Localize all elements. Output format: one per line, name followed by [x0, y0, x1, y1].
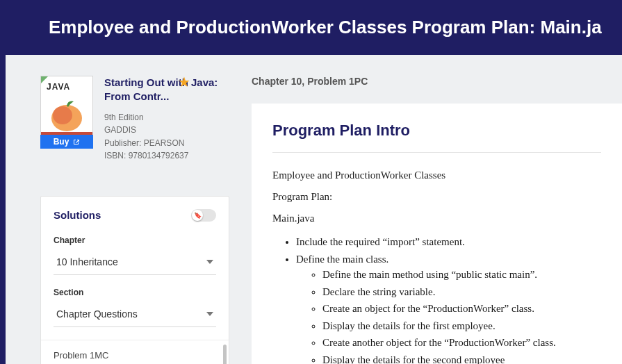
book-author: GADDIS [104, 124, 229, 137]
list-item: Create another object for the “Productio… [322, 335, 601, 351]
book-isbn: ISBN: 9780134792637 [104, 149, 229, 163]
doc-line: Program Plan: [272, 191, 601, 203]
problem-row[interactable]: Problem 1MC [41, 340, 229, 364]
page-header: Employee and ProductionWorker Classes Pr… [0, 0, 622, 55]
book-cover[interactable]: JAVA [40, 76, 93, 140]
chapter-select[interactable]: 10 Inheritance [54, 249, 216, 275]
bookmark-icon: 🔖 [192, 210, 203, 221]
plan-sublist: Define the main method using “public sta… [296, 267, 601, 364]
book-edition: 9th Edition [104, 111, 229, 124]
book-title[interactable]: Starting Out with Java: From Contr... [104, 76, 229, 104]
list-item: Display the details for the second emplo… [322, 352, 601, 365]
svg-point-1 [53, 106, 72, 124]
section-label: Section [54, 288, 216, 297]
doc-line: Main.java [272, 213, 601, 224]
breadcrumb: Chapter 10, Problem 1PC [252, 76, 622, 87]
list-item: Define the main method using “public sta… [322, 267, 601, 283]
list-item: Declare the string variable. [322, 284, 601, 300]
chevron-down-icon [206, 260, 213, 264]
side-strip [0, 53, 6, 364]
solutions-title: Solutions [54, 209, 101, 221]
cover-word: JAVA [47, 82, 70, 92]
book-publisher: Publisher: PEARSON [104, 137, 229, 150]
list-item: Define the main class. Define the main m… [296, 251, 601, 365]
list-item: Create an object for the “ProductionWork… [322, 301, 601, 317]
peach-icon [49, 97, 85, 132]
chapter-label: Chapter [54, 235, 216, 245]
buy-button[interactable]: Buy [40, 135, 93, 149]
list-item: Include the required “import” statement. [296, 234, 601, 250]
chapter-value: 10 Inheritance [56, 256, 118, 267]
document: Program Plan Intro Employee and Producti… [252, 104, 622, 364]
section-select[interactable]: Chapter Questions [54, 301, 216, 327]
chevron-down-icon [206, 312, 213, 316]
problem-label: Problem 1MC [54, 350, 108, 361]
section-heading: Program Plan Intro [272, 122, 601, 153]
solutions-toggle[interactable]: 🔖 [191, 209, 216, 222]
list-item-text: Define the main class. [296, 254, 388, 265]
solutions-card: Solutions 🔖 Chapter 10 Inheritance Secti… [40, 196, 229, 364]
doc-line: Employee and ProductionWorker Classes [272, 169, 601, 181]
section-value: Chapter Questions [56, 308, 138, 320]
plan-list: Include the required “import” statement.… [272, 234, 601, 364]
scrollbar-thumb[interactable] [223, 345, 227, 364]
buy-label: Buy [54, 137, 69, 147]
book-block: JAVA Starting Out with Java: From Contr.… [40, 76, 229, 163]
favorite-star-icon[interactable]: ★ [178, 74, 190, 90]
external-link-icon [72, 138, 80, 146]
list-item: Display the details for the first employ… [322, 318, 601, 334]
